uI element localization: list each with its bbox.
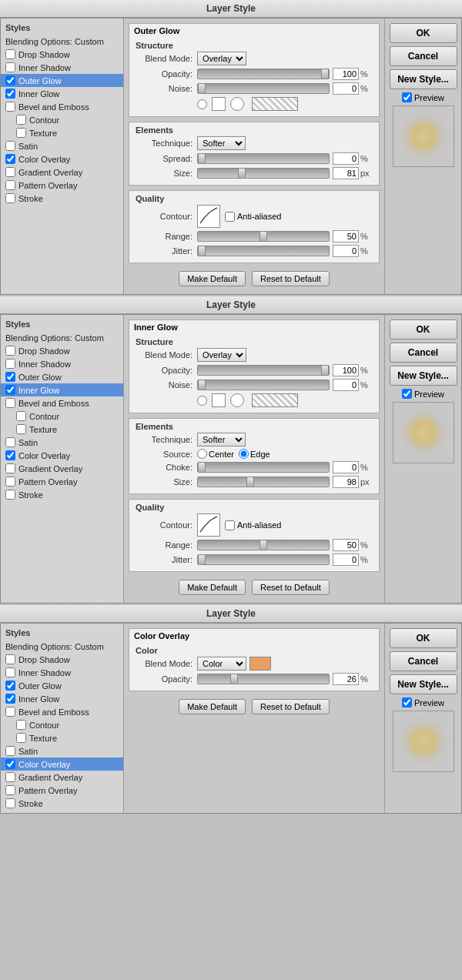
jitter-value[interactable] bbox=[333, 245, 359, 257]
cancel-btn-2[interactable]: Cancel bbox=[390, 343, 457, 363]
sidebar-item-stroke-2[interactable]: Stroke bbox=[1, 488, 123, 501]
sidebar-item-outer-glow-2[interactable]: Outer Glow bbox=[1, 370, 123, 383]
sidebar-item-pattern-overlay[interactable]: Pattern Overlay bbox=[1, 179, 123, 192]
sidebar-item-gradient-overlay[interactable]: Gradient Overlay bbox=[1, 166, 123, 179]
sidebar-item-texture[interactable]: Texture bbox=[12, 126, 123, 139]
make-default-btn-3[interactable]: Make Default bbox=[179, 699, 246, 714]
sidebar-item-bevel-emboss-2[interactable]: Bevel and Emboss bbox=[1, 396, 123, 410]
noise-value[interactable] bbox=[333, 82, 359, 95]
sidebar-item-outer-glow-3[interactable]: Outer Glow bbox=[1, 679, 123, 692]
jitter-value-2[interactable] bbox=[333, 554, 359, 566]
sidebar-item-stroke[interactable]: Stroke bbox=[1, 192, 123, 205]
anti-aliased-checkbox[interactable] bbox=[225, 212, 235, 222]
sidebar-item-contour-2[interactable]: Contour bbox=[12, 410, 123, 423]
opacity-slider[interactable] bbox=[197, 69, 330, 79]
new-style-btn-1[interactable]: New Style... bbox=[390, 69, 457, 89]
new-style-btn-3[interactable]: New Style... bbox=[390, 674, 457, 694]
range-value-2[interactable] bbox=[333, 539, 359, 551]
color-blend-mode-select[interactable]: Color Normal Overlay bbox=[197, 657, 246, 671]
ok-btn-3[interactable]: OK bbox=[390, 628, 457, 648]
sidebar-item-blending-options[interactable]: Blending Options: Custom bbox=[1, 35, 123, 48]
noise-slider-2[interactable] bbox=[197, 380, 330, 390]
range-slider[interactable] bbox=[197, 231, 330, 242]
sidebar-item-drop-shadow-2[interactable]: Drop Shadow bbox=[1, 344, 123, 357]
size-value[interactable] bbox=[333, 167, 359, 179]
sidebar-item-inner-shadow-3[interactable]: Inner Shadow bbox=[1, 666, 123, 679]
sidebar-item-blending-options-2[interactable]: Blending Options: Custom bbox=[1, 332, 123, 344]
color-opacity-value[interactable] bbox=[333, 673, 359, 685]
opacity-value-2[interactable] bbox=[333, 364, 359, 376]
sidebar-item-outer-glow[interactable]: Outer Glow bbox=[1, 74, 123, 87]
sidebar-item-blending-options-3[interactable]: Blending Options: Custom bbox=[1, 641, 123, 653]
radio-solid-2[interactable] bbox=[197, 396, 207, 406]
sidebar-item-inner-glow-3[interactable]: Inner Glow bbox=[1, 692, 123, 705]
color-opacity-slider[interactable] bbox=[197, 674, 330, 684]
spread-slider[interactable] bbox=[197, 153, 330, 164]
solid-color-swatch-2[interactable] bbox=[212, 393, 226, 407]
sidebar-item-contour[interactable]: Contour bbox=[12, 113, 123, 126]
technique-select-2[interactable]: Softer Precise bbox=[197, 433, 246, 447]
sidebar-item-bevel-emboss[interactable]: Bevel and Emboss bbox=[1, 100, 123, 113]
blend-mode-select-2[interactable]: Overlay Normal Screen bbox=[197, 348, 246, 362]
source-center-radio[interactable] bbox=[197, 449, 207, 459]
reset-to-default-btn-3[interactable]: Reset to Default bbox=[252, 699, 330, 714]
make-default-btn-1[interactable]: Make Default bbox=[179, 271, 246, 286]
choke-value[interactable] bbox=[333, 461, 359, 473]
ok-btn-2[interactable]: OK bbox=[390, 319, 457, 339]
choke-slider[interactable] bbox=[197, 462, 330, 473]
cancel-btn-1[interactable]: Cancel bbox=[390, 46, 457, 66]
make-default-btn-2[interactable]: Make Default bbox=[179, 580, 246, 595]
contour-preview-2[interactable] bbox=[197, 513, 220, 537]
sidebar-item-pattern-overlay-3[interactable]: Pattern Overlay bbox=[1, 784, 123, 797]
sidebar-item-drop-shadow[interactable]: Drop Shadow bbox=[1, 48, 123, 61]
color-swatch-orange[interactable] bbox=[249, 657, 271, 671]
range-value[interactable] bbox=[333, 230, 359, 242]
ok-btn-1[interactable]: OK bbox=[390, 23, 457, 43]
reset-to-default-btn-1[interactable]: Reset to Default bbox=[252, 271, 330, 286]
sidebar-item-texture-3[interactable]: Texture bbox=[12, 731, 123, 744]
size-slider-2[interactable] bbox=[197, 477, 330, 487]
preview-checkbox-3[interactable] bbox=[402, 697, 412, 707]
sidebar-item-satin[interactable]: Satin bbox=[1, 139, 123, 152]
sidebar-item-satin-3[interactable]: Satin bbox=[1, 744, 123, 758]
source-edge-radio[interactable] bbox=[239, 449, 249, 459]
jitter-slider[interactable] bbox=[197, 246, 330, 256]
size-value-2[interactable] bbox=[333, 476, 359, 488]
sidebar-item-satin-2[interactable]: Satin bbox=[1, 436, 123, 449]
jitter-slider-2[interactable] bbox=[197, 554, 330, 565]
sidebar-item-gradient-overlay-3[interactable]: Gradient Overlay bbox=[1, 771, 123, 784]
gradient-preview[interactable] bbox=[252, 97, 298, 111]
sidebar-item-inner-shadow[interactable]: Inner Shadow bbox=[1, 61, 123, 74]
size-slider[interactable] bbox=[197, 168, 330, 179]
anti-aliased-checkbox-2[interactable] bbox=[225, 520, 235, 530]
cancel-btn-3[interactable]: Cancel bbox=[390, 651, 457, 671]
radio-solid[interactable] bbox=[197, 99, 207, 109]
new-style-btn-2[interactable]: New Style... bbox=[390, 366, 457, 386]
blend-mode-select[interactable]: Overlay Normal Screen bbox=[197, 52, 246, 65]
range-slider-2[interactable] bbox=[197, 540, 330, 550]
sidebar-item-stroke-3[interactable]: Stroke bbox=[1, 797, 123, 810]
technique-select[interactable]: Softer Precise bbox=[197, 136, 246, 150]
sidebar-item-gradient-overlay-2[interactable]: Gradient Overlay bbox=[1, 462, 123, 475]
sidebar-item-color-overlay[interactable]: Color Overlay bbox=[1, 152, 123, 166]
gradient-preview-2[interactable] bbox=[252, 393, 298, 407]
noise-value-2[interactable] bbox=[333, 379, 359, 391]
contour-preview[interactable] bbox=[197, 205, 220, 228]
sidebar-item-color-overlay-2[interactable]: Color Overlay bbox=[1, 449, 123, 462]
sidebar-item-inner-shadow-2[interactable]: Inner Shadow bbox=[1, 357, 123, 370]
sidebar-item-contour-3[interactable]: Contour bbox=[12, 718, 123, 731]
circle-swatch[interactable] bbox=[230, 97, 244, 111]
opacity-slider-2[interactable] bbox=[197, 365, 330, 376]
noise-slider[interactable] bbox=[197, 83, 330, 94]
sidebar-item-color-overlay-3[interactable]: Color Overlay bbox=[1, 758, 123, 771]
sidebar-item-pattern-overlay-2[interactable]: Pattern Overlay bbox=[1, 475, 123, 488]
sidebar-item-bevel-emboss-3[interactable]: Bevel and Emboss bbox=[1, 705, 123, 718]
sidebar-item-inner-glow[interactable]: Inner Glow bbox=[1, 87, 123, 100]
sidebar-item-inner-glow-2[interactable]: Inner Glow bbox=[1, 383, 123, 396]
circle-swatch-2[interactable] bbox=[230, 393, 244, 407]
spread-value[interactable] bbox=[333, 152, 359, 165]
sidebar-item-texture-2[interactable]: Texture bbox=[12, 423, 123, 436]
reset-to-default-btn-2[interactable]: Reset to Default bbox=[252, 580, 330, 595]
sidebar-item-drop-shadow-3[interactable]: Drop Shadow bbox=[1, 653, 123, 666]
preview-checkbox-1[interactable] bbox=[402, 92, 412, 102]
